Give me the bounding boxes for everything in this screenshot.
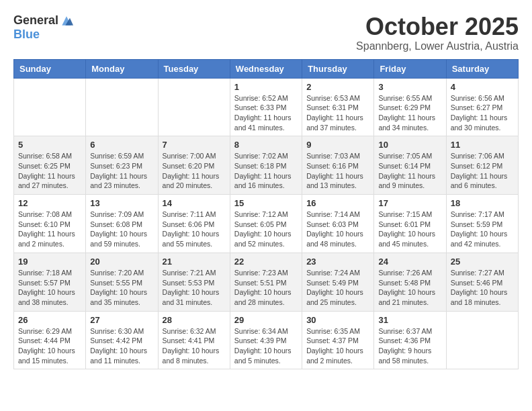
day-number: 6 — [90, 140, 153, 150]
day-number: 27 — [90, 315, 153, 325]
day-number: 7 — [163, 140, 226, 150]
day-info: Sunrise: 6:34 AM Sunset: 4:39 PM Dayligh… — [234, 326, 298, 366]
calendar-day-cell: 7Sunrise: 7:00 AM Sunset: 6:20 PM Daylig… — [158, 136, 230, 195]
day-number: 3 — [378, 82, 441, 92]
day-info: Sunrise: 7:09 AM Sunset: 6:08 PM Dayligh… — [90, 210, 153, 249]
calendar-day-cell: 4Sunrise: 6:56 AM Sunset: 6:27 PM Daylig… — [446, 78, 518, 136]
location-text: Spannberg, Lower Austria, Austria — [356, 40, 519, 52]
calendar-day-cell: 25Sunrise: 7:27 AM Sunset: 5:46 PM Dayli… — [446, 253, 518, 311]
day-info: Sunrise: 6:52 AM Sunset: 6:33 PM Dayligh… — [234, 93, 298, 133]
day-info: Sunrise: 7:05 AM Sunset: 6:14 PM Dayligh… — [378, 151, 441, 191]
logo: General Blue — [13, 13, 73, 42]
day-info: Sunrise: 7:14 AM Sunset: 6:03 PM Dayligh… — [306, 210, 369, 249]
calendar-week-row-5: 26Sunrise: 6:29 AM Sunset: 4:44 PM Dayli… — [14, 311, 519, 369]
logo-icon — [60, 14, 73, 28]
calendar-day-cell: 13Sunrise: 7:09 AM Sunset: 6:08 PM Dayli… — [86, 195, 158, 253]
day-info: Sunrise: 7:21 AM Sunset: 5:53 PM Dayligh… — [163, 268, 226, 308]
day-number: 14 — [163, 198, 226, 208]
day-number: 26 — [18, 315, 81, 325]
day-info: Sunrise: 6:37 AM Sunset: 4:36 PM Dayligh… — [378, 326, 441, 366]
day-info: Sunrise: 7:15 AM Sunset: 6:01 PM Dayligh… — [378, 210, 441, 249]
day-number: 13 — [90, 198, 153, 208]
day-number: 31 — [378, 315, 441, 325]
calendar-day-cell: 3Sunrise: 6:55 AM Sunset: 6:29 PM Daylig… — [374, 78, 446, 136]
day-info: Sunrise: 7:11 AM Sunset: 6:06 PM Dayligh… — [163, 210, 226, 249]
calendar-day-cell — [86, 78, 158, 136]
day-info: Sunrise: 6:35 AM Sunset: 4:37 PM Dayligh… — [306, 326, 369, 366]
calendar-day-cell: 24Sunrise: 7:26 AM Sunset: 5:48 PM Dayli… — [374, 253, 446, 311]
day-info: Sunrise: 6:53 AM Sunset: 6:31 PM Dayligh… — [306, 93, 369, 133]
day-info: Sunrise: 7:24 AM Sunset: 5:49 PM Dayligh… — [306, 268, 369, 308]
weekday-header-wednesday: Wednesday — [230, 59, 302, 78]
day-number: 2 — [306, 82, 369, 92]
calendar-table: SundayMondayTuesdayWednesdayThursdayFrid… — [13, 59, 519, 370]
month-title: October 2025 — [356, 13, 519, 40]
calendar-day-cell: 1Sunrise: 6:52 AM Sunset: 6:33 PM Daylig… — [230, 78, 302, 136]
weekday-header-monday: Monday — [86, 59, 158, 78]
weekday-header-tuesday: Tuesday — [158, 59, 230, 78]
day-number: 30 — [306, 315, 369, 325]
calendar-day-cell: 18Sunrise: 7:17 AM Sunset: 5:59 PM Dayli… — [446, 195, 518, 253]
day-info: Sunrise: 7:06 AM Sunset: 6:12 PM Dayligh… — [451, 151, 514, 191]
day-info: Sunrise: 6:59 AM Sunset: 6:23 PM Dayligh… — [90, 151, 153, 191]
weekday-header-thursday: Thursday — [302, 59, 374, 78]
day-info: Sunrise: 7:18 AM Sunset: 5:57 PM Dayligh… — [18, 268, 81, 308]
calendar-day-cell: 9Sunrise: 7:03 AM Sunset: 6:16 PM Daylig… — [302, 136, 374, 195]
day-info: Sunrise: 6:29 AM Sunset: 4:44 PM Dayligh… — [18, 326, 81, 366]
day-number: 24 — [378, 257, 441, 267]
day-number: 20 — [90, 257, 153, 267]
calendar-week-row-1: 1Sunrise: 6:52 AM Sunset: 6:33 PM Daylig… — [14, 78, 519, 136]
day-number: 5 — [18, 140, 81, 150]
day-number: 23 — [306, 257, 369, 267]
day-number: 9 — [306, 140, 369, 150]
calendar-day-cell: 27Sunrise: 6:30 AM Sunset: 4:42 PM Dayli… — [86, 311, 158, 369]
day-number: 18 — [451, 198, 514, 208]
day-info: Sunrise: 7:02 AM Sunset: 6:18 PM Dayligh… — [234, 151, 298, 191]
calendar-week-row-3: 12Sunrise: 7:08 AM Sunset: 6:10 PM Dayli… — [14, 195, 519, 253]
weekday-header-saturday: Saturday — [446, 59, 518, 78]
calendar-day-cell — [158, 78, 230, 136]
calendar-day-cell: 28Sunrise: 6:32 AM Sunset: 4:41 PM Dayli… — [158, 311, 230, 369]
calendar-day-cell — [446, 311, 518, 369]
weekday-header-sunday: Sunday — [14, 59, 86, 78]
calendar-day-cell — [14, 78, 86, 136]
calendar-day-cell: 20Sunrise: 7:20 AM Sunset: 5:55 PM Dayli… — [86, 253, 158, 311]
day-number: 4 — [451, 82, 514, 92]
calendar-day-cell: 29Sunrise: 6:34 AM Sunset: 4:39 PM Dayli… — [230, 311, 302, 369]
day-info: Sunrise: 6:30 AM Sunset: 4:42 PM Dayligh… — [90, 326, 153, 366]
calendar-day-cell: 8Sunrise: 7:02 AM Sunset: 6:18 PM Daylig… — [230, 136, 302, 195]
day-number: 22 — [234, 257, 298, 267]
day-info: Sunrise: 7:27 AM Sunset: 5:46 PM Dayligh… — [451, 268, 514, 308]
calendar-day-cell: 12Sunrise: 7:08 AM Sunset: 6:10 PM Dayli… — [14, 195, 86, 253]
calendar-day-cell: 31Sunrise: 6:37 AM Sunset: 4:36 PM Dayli… — [374, 311, 446, 369]
day-number: 11 — [451, 140, 514, 150]
day-number: 16 — [306, 198, 369, 208]
calendar-day-cell: 15Sunrise: 7:12 AM Sunset: 6:05 PM Dayli… — [230, 195, 302, 253]
logo-blue-text: Blue — [13, 28, 40, 42]
day-info: Sunrise: 7:00 AM Sunset: 6:20 PM Dayligh… — [163, 151, 226, 191]
day-number: 21 — [163, 257, 226, 267]
day-number: 29 — [234, 315, 298, 325]
day-number: 8 — [234, 140, 298, 150]
day-number: 17 — [378, 198, 441, 208]
calendar-day-cell: 17Sunrise: 7:15 AM Sunset: 6:01 PM Dayli… — [374, 195, 446, 253]
day-info: Sunrise: 7:17 AM Sunset: 5:59 PM Dayligh… — [451, 210, 514, 249]
calendar-day-cell: 26Sunrise: 6:29 AM Sunset: 4:44 PM Dayli… — [14, 311, 86, 369]
calendar-week-row-4: 19Sunrise: 7:18 AM Sunset: 5:57 PM Dayli… — [14, 253, 519, 311]
calendar-day-cell: 22Sunrise: 7:23 AM Sunset: 5:51 PM Dayli… — [230, 253, 302, 311]
day-number: 10 — [378, 140, 441, 150]
day-number: 15 — [234, 198, 298, 208]
day-info: Sunrise: 6:55 AM Sunset: 6:29 PM Dayligh… — [378, 93, 441, 133]
calendar-day-cell: 30Sunrise: 6:35 AM Sunset: 4:37 PM Dayli… — [302, 311, 374, 369]
calendar-day-cell: 23Sunrise: 7:24 AM Sunset: 5:49 PM Dayli… — [302, 253, 374, 311]
day-number: 19 — [18, 257, 81, 267]
day-number: 25 — [451, 257, 514, 267]
day-info: Sunrise: 6:32 AM Sunset: 4:41 PM Dayligh… — [163, 326, 226, 366]
calendar-day-cell: 16Sunrise: 7:14 AM Sunset: 6:03 PM Dayli… — [302, 195, 374, 253]
weekday-header-friday: Friday — [374, 59, 446, 78]
day-info: Sunrise: 6:56 AM Sunset: 6:27 PM Dayligh… — [451, 93, 514, 133]
calendar-day-cell: 6Sunrise: 6:59 AM Sunset: 6:23 PM Daylig… — [86, 136, 158, 195]
calendar-week-row-2: 5Sunrise: 6:58 AM Sunset: 6:25 PM Daylig… — [14, 136, 519, 195]
logo-general-text: General — [13, 13, 58, 28]
day-number: 1 — [234, 82, 298, 92]
